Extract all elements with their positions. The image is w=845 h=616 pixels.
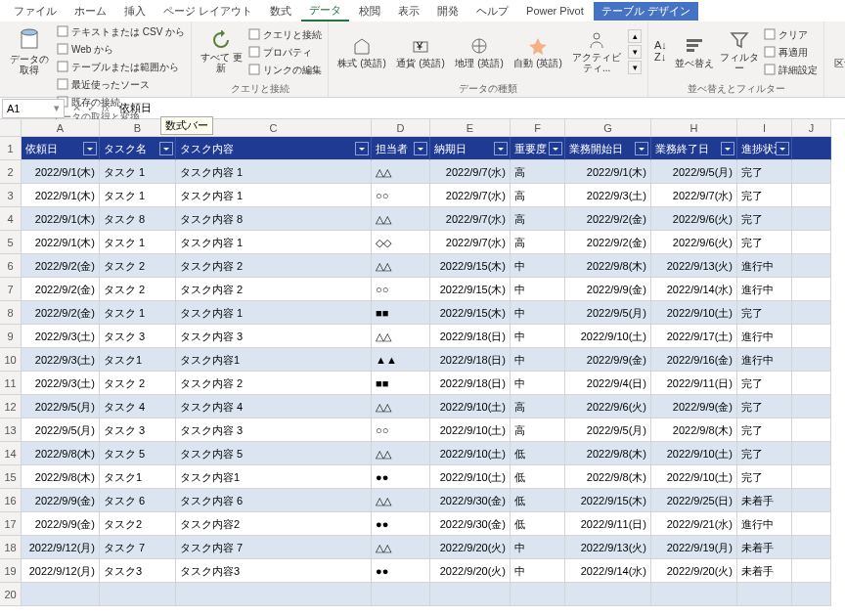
table-cell[interactable]: タスク内容 2: [176, 254, 372, 278]
ribbon-cmd[interactable]: リンクの編集: [248, 62, 322, 77]
ribbon-cmd[interactable]: テキストまたは CSV から: [57, 23, 185, 39]
datatype-1[interactable]: ¥通貨 (英語): [393, 23, 448, 80]
filter-dropdown[interactable]: [776, 142, 789, 155]
gallery-nav[interactable]: ▴: [628, 29, 642, 43]
table-cell[interactable]: [430, 583, 511, 606]
table-cell[interactable]: ▲▲: [372, 348, 430, 372]
table-cell[interactable]: タスク 5: [100, 442, 176, 465]
table-cell[interactable]: タスク内容1: [176, 348, 372, 372]
table-cell[interactable]: [792, 325, 831, 348]
filter-dropdown[interactable]: [494, 142, 508, 155]
table-cell[interactable]: △△: [372, 325, 430, 348]
table-cell[interactable]: 2022/9/1(木): [22, 231, 100, 254]
filter-dropdown[interactable]: [414, 142, 427, 155]
table-cell[interactable]: 2022/9/5(月): [565, 301, 651, 325]
row-header[interactable]: 2: [0, 160, 22, 184]
table-cell[interactable]: 2022/9/7(水): [651, 184, 737, 207]
table-cell[interactable]: タスク内容 8: [176, 207, 372, 231]
table-cell[interactable]: 2022/9/6(火): [651, 231, 737, 254]
table-cell[interactable]: 2022/9/5(月): [565, 418, 651, 442]
table-cell[interactable]: 2022/9/3(土): [565, 184, 651, 207]
table-cell[interactable]: 2022/9/3(土): [22, 348, 100, 372]
col-header[interactable]: G: [565, 119, 651, 137]
table-cell[interactable]: [565, 583, 651, 606]
table-cell[interactable]: 完了: [737, 465, 792, 489]
table-cell[interactable]: 2022/9/9(金): [22, 489, 100, 512]
table-cell[interactable]: [792, 442, 831, 465]
table-cell[interactable]: 2022/9/18(日): [430, 348, 511, 372]
table-cell[interactable]: 中: [511, 301, 565, 325]
row-header[interactable]: 9: [0, 325, 22, 348]
row-header[interactable]: 15: [0, 465, 22, 489]
row-header[interactable]: 18: [0, 536, 22, 559]
table-cell[interactable]: 進行中: [737, 325, 792, 348]
row-header[interactable]: 3: [0, 184, 22, 207]
table-cell[interactable]: 2022/9/16(金): [651, 348, 737, 372]
table-cell[interactable]: [792, 160, 831, 184]
table-cell[interactable]: 中: [511, 348, 565, 372]
table-cell[interactable]: [372, 583, 430, 606]
table-cell[interactable]: 2022/9/11(日): [565, 512, 651, 536]
table-cell[interactable]: タスク1: [100, 348, 176, 372]
filter-dropdown[interactable]: [159, 142, 173, 155]
table-cell[interactable]: タスク内容 2: [176, 372, 372, 395]
table-cell[interactable]: 2022/9/1(木): [22, 207, 100, 231]
table-cell[interactable]: 2022/9/10(土): [651, 465, 737, 489]
table-cell[interactable]: 中: [511, 278, 565, 301]
table-cell[interactable]: タスク 8: [100, 207, 176, 231]
table-cell[interactable]: 中: [511, 372, 565, 395]
table-cell[interactable]: △△: [372, 207, 430, 231]
table-cell[interactable]: タスク内容 1: [176, 301, 372, 325]
table-cell[interactable]: 高: [511, 395, 565, 418]
table-cell[interactable]: [792, 536, 831, 559]
row-header[interactable]: 1: [0, 137, 22, 160]
select-all-corner[interactable]: [0, 119, 22, 137]
table-cell[interactable]: 完了: [737, 372, 792, 395]
table-cell[interactable]: 2022/9/5(月): [651, 160, 737, 184]
table-cell[interactable]: [792, 512, 831, 536]
table-cell[interactable]: 2022/9/9(金): [565, 278, 651, 301]
table-cell[interactable]: 2022/9/4(日): [565, 372, 651, 395]
table-cell[interactable]: [792, 395, 831, 418]
table-cell[interactable]: 2022/9/19(月): [651, 536, 737, 559]
row-header[interactable]: 4: [0, 207, 22, 231]
table-cell[interactable]: ○○: [372, 184, 430, 207]
ribbon-cmd[interactable]: 再適用: [764, 44, 818, 60]
table-cell[interactable]: 2022/9/6(火): [651, 207, 737, 231]
tab-1[interactable]: ホーム: [67, 2, 114, 21]
table-cell[interactable]: タスク内容1: [176, 465, 372, 489]
table-cell[interactable]: [792, 583, 831, 606]
row-header[interactable]: 14: [0, 442, 22, 465]
table-cell[interactable]: 2022/9/1(木): [22, 184, 100, 207]
table-cell[interactable]: ●●: [372, 512, 430, 536]
table-cell[interactable]: △△: [372, 536, 430, 559]
tab-2[interactable]: 挿入: [116, 2, 154, 21]
table-cell[interactable]: タスク 6: [100, 489, 176, 512]
table-cell[interactable]: タスク 2: [100, 254, 176, 278]
datatype-4[interactable]: アクティビティ...: [569, 23, 624, 80]
table-cell[interactable]: [792, 465, 831, 489]
table-cell[interactable]: 2022/9/15(木): [565, 489, 651, 512]
row-header[interactable]: 17: [0, 512, 22, 536]
gallery-nav[interactable]: ▾: [628, 61, 642, 74]
table-cell[interactable]: タスク内容 2: [176, 278, 372, 301]
table-cell[interactable]: [737, 583, 792, 606]
table-cell[interactable]: [176, 583, 372, 606]
table-cell[interactable]: 2022/9/2(金): [565, 207, 651, 231]
table-header[interactable]: 重要度: [511, 137, 565, 160]
table-cell[interactable]: タスク内容 4: [176, 395, 372, 418]
table-cell[interactable]: 2022/9/7(水): [430, 160, 511, 184]
table-cell[interactable]: 未着手: [737, 489, 792, 512]
table-cell[interactable]: 2022/9/9(金): [22, 512, 100, 536]
table-cell[interactable]: 低: [511, 512, 565, 536]
table-cell[interactable]: [792, 418, 831, 442]
table-cell[interactable]: 進行中: [737, 348, 792, 372]
table-cell[interactable]: タスク内容 5: [176, 442, 372, 465]
table-cell[interactable]: 完了: [737, 442, 792, 465]
table-cell[interactable]: 2022/9/6(火): [565, 395, 651, 418]
table-cell[interactable]: タスク 2: [100, 372, 176, 395]
table-cell[interactable]: 完了: [737, 207, 792, 231]
row-header[interactable]: 19: [0, 559, 22, 583]
fx-icon[interactable]: fx: [102, 102, 110, 114]
table-cell[interactable]: タスク内容 1: [176, 231, 372, 254]
